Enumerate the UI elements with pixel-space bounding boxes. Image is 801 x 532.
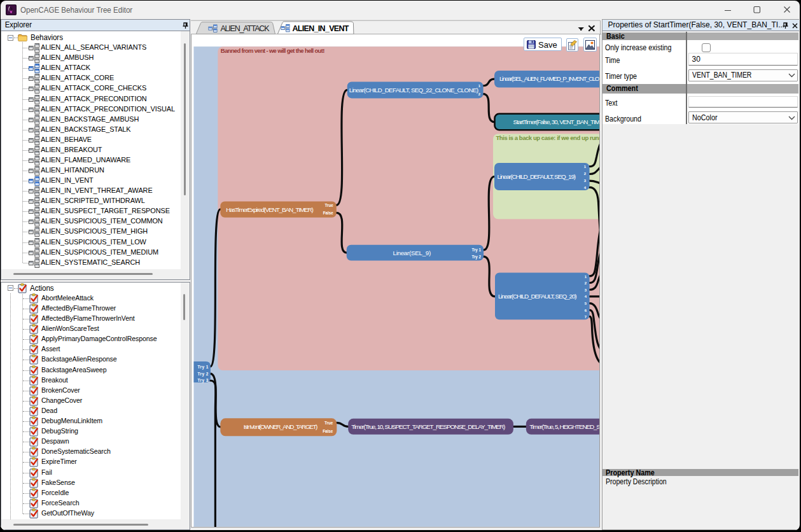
svg-text:False: False (323, 429, 333, 433)
svg-text:True: True (324, 203, 333, 207)
svg-text:HasTimerExpired(VENT_BAN_TIMER: HasTimerExpired(VENT_BAN_TIMER) (226, 206, 314, 213)
svg-text:Linear(CHILD_DEFAULT, SEQ_22_: Linear(CHILD_DEFAULT, SEQ_22_CLONE_CLONE… (349, 87, 478, 94)
svg-text:Try 3: Try 3 (197, 379, 208, 384)
svg-text:This is a back up case: if we: This is a back up case: if we end up run… (496, 134, 599, 141)
svg-text:Timer(True, 10, SUSPECT_TARG: Timer(True, 10, SUSPECT_TARGET_RESPONSE_… (351, 423, 505, 430)
svg-text:Linear(CHILD_DEFAULT, SEQ_20): Linear(CHILD_DEFAULT, SEQ_20) (498, 293, 576, 300)
svg-text:Linear(SEL_9): Linear(SEL_9) (393, 249, 431, 256)
svg-text:Timer(True, 5, HEIGHTENED_S: Timer(True, 5, HEIGHTENED_S (529, 423, 600, 430)
svg-text:Linear(CHILD_DEFAULT, SEQ_19): Linear(CHILD_DEFAULT, SEQ_19) (497, 173, 576, 180)
svg-text:StartTimer(False, 30, VENT_BAN: StartTimer(False, 30, VENT_BAN_TIM (513, 118, 600, 125)
svg-text:Try 1: Try 1 (471, 248, 481, 253)
svg-text:ALIEN_IN_VENT: ALIEN_IN_VENT (292, 24, 349, 33)
svg-text:Linear(SEL_ALIEN_FLAMED_P_INVE: Linear(SEL_ALIEN_FLAMED_P_INVENT_CLO (499, 75, 599, 82)
svg-text:True: True (324, 421, 333, 425)
svg-text:ALIEN_ATTACK: ALIEN_ATTACK (220, 24, 270, 33)
svg-text:IsInVent(OWNER_AND_TARGET): IsInVent(OWNER_AND_TARGET) (243, 423, 317, 430)
svg-text:Try 1: Try 1 (197, 365, 208, 370)
svg-text:Banned from vent - we will get: Banned from vent - we will get the hell … (220, 47, 324, 54)
svg-text:Try 2: Try 2 (197, 372, 208, 377)
svg-text:Try 2: Try 2 (471, 255, 481, 260)
svg-text:False: False (323, 211, 333, 215)
